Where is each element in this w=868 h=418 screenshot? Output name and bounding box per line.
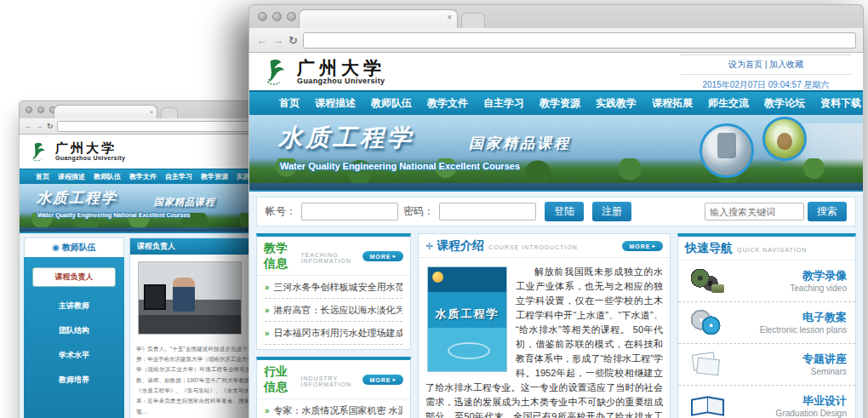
- nav-item[interactable]: 自主学习: [161, 172, 197, 181]
- tab-close-icon[interactable]: ×: [150, 107, 153, 117]
- sidebar-header: ◉ 教师队伍: [24, 238, 124, 257]
- foreground-browser-window: × ← → ↻ 广州大学 Guangzhou University 设为首页: [248, 4, 864, 418]
- nav-item[interactable]: 教学资源: [532, 96, 588, 111]
- nav-item[interactable]: 师生交流: [700, 96, 757, 111]
- login-button[interactable]: 登陆: [545, 202, 584, 221]
- sidebar-item[interactable]: 学术水平: [32, 350, 116, 361]
- register-button[interactable]: 注册: [592, 202, 631, 221]
- nav-item[interactable]: 首页: [271, 96, 307, 111]
- nav-item[interactable]: 教学文件: [420, 96, 476, 111]
- nav-item[interactable]: 自主学习: [476, 96, 532, 111]
- forward-icon[interactable]: →: [36, 123, 43, 130]
- back-icon[interactable]: ←: [256, 35, 267, 46]
- quick-nav-icon: [687, 308, 726, 337]
- textbook-cover: 水质工程学: [427, 266, 507, 372]
- nav-item[interactable]: 课程描述: [54, 172, 89, 181]
- sidebar-item[interactable]: 团队结构: [32, 325, 116, 336]
- reload-icon[interactable]: ↻: [288, 34, 298, 47]
- more-button[interactable]: MORE▸: [622, 241, 663, 251]
- browser-tab[interactable]: ×: [299, 9, 458, 28]
- more-button[interactable]: MORE▸: [363, 251, 403, 261]
- leader-photo: [138, 261, 242, 335]
- news-item[interactable]: »三河水务争创样板城安全用水范例: [265, 276, 403, 299]
- window-controls[interactable]: [258, 12, 296, 21]
- more-button[interactable]: MORE▸: [363, 375, 403, 385]
- double-arrow-icon: »: [265, 329, 270, 338]
- new-tab-button[interactable]: [461, 13, 485, 28]
- window-control-dot[interactable]: [287, 12, 296, 21]
- section-title: 教学信息: [264, 241, 296, 272]
- section-title: 课程介绍: [437, 238, 484, 254]
- double-arrow-icon: »: [265, 283, 270, 292]
- banner-water: [249, 183, 863, 190]
- address-bar[interactable]: [303, 32, 856, 49]
- nav-item[interactable]: 教学论坛: [757, 96, 813, 111]
- course-banner: 水质工程学 国家精品课程 Water Quality Engineering N…: [249, 115, 863, 192]
- search-button[interactable]: 搜索: [808, 202, 847, 221]
- forward-icon[interactable]: →: [272, 35, 283, 46]
- nav-item[interactable]: 课程描述: [307, 96, 363, 111]
- browser-tab[interactable]: ×: [54, 105, 157, 118]
- password-label: 密码：: [403, 204, 434, 219]
- window-control-dot[interactable]: [272, 12, 282, 21]
- nav-item[interactable]: 教师队伍: [89, 172, 125, 181]
- industry-info-box: 行业信息 INDUSTRY INFORMATION MORE▸ »专家：水质情况…: [256, 357, 411, 418]
- window-control-dot[interactable]: [26, 106, 32, 113]
- window-control-dot[interactable]: [258, 12, 267, 21]
- sidebar-item[interactable]: 主讲教师: [32, 301, 116, 312]
- window-controls[interactable]: [26, 106, 56, 113]
- window-control-dot[interactable]: [37, 106, 44, 113]
- quick-nav-label-en: Graduation Design: [726, 409, 847, 418]
- browser-toolbar: ← → ↻: [248, 28, 864, 53]
- login-bar: 帐号： 密码： 登陆 注册 搜索: [256, 197, 856, 226]
- banner-photo-lab: [700, 123, 754, 178]
- quick-nav-item[interactable]: 教学录像 Teaching video: [678, 261, 855, 302]
- news-item[interactable]: »日本福冈市利用污水处理场建成1MW光: [265, 322, 403, 345]
- news-item[interactable]: »港府高官：长远应以海水淡化为重要水: [265, 299, 403, 322]
- nav-item[interactable]: 教学文件: [125, 172, 161, 181]
- more-arrow-icon: ▸: [392, 376, 397, 383]
- university-name-cn: 广州大学: [55, 142, 125, 155]
- banner-title: 水质工程学: [37, 188, 117, 208]
- quick-nav-item[interactable]: 毕业设计 Graduation Design: [678, 386, 855, 418]
- tab-strip: ×: [248, 4, 864, 28]
- university-name-cn: 广州大学: [297, 59, 385, 77]
- double-arrow-icon: »: [265, 406, 270, 415]
- section-subtitle: TEACHING INFORMATION: [300, 249, 363, 264]
- account-input[interactable]: [301, 203, 398, 220]
- search-input[interactable]: [705, 203, 804, 220]
- banner-title: 水质工程学: [278, 122, 414, 154]
- nav-item[interactable]: 教师队伍: [363, 96, 420, 111]
- back-icon[interactable]: ←: [25, 123, 32, 130]
- quick-nav-item[interactable]: 电子教案 Electronic lesson plans: [678, 302, 855, 344]
- university-name-en: Guangzhou University: [55, 155, 125, 161]
- nav-item[interactable]: 资料下载: [813, 96, 868, 111]
- link-separator: |: [765, 60, 768, 69]
- sidebar-item-active[interactable]: 课程负责人: [32, 267, 116, 287]
- nav-item[interactable]: 课程拓展: [644, 96, 700, 111]
- section-subtitle: QUICK NAVIGATION: [737, 244, 807, 253]
- add-favorite-link[interactable]: 加入收藏: [769, 60, 803, 69]
- nav-item[interactable]: 实践教学: [588, 96, 644, 111]
- nav-bullet-icon: ◉: [52, 243, 60, 252]
- site-header: 广州大学 Guangzhou University 设为首页 | 加入收藏 20…: [249, 53, 863, 90]
- sidebar-item[interactable]: 教师培养: [32, 375, 116, 386]
- new-tab-button[interactable]: [161, 107, 178, 118]
- nav-item[interactable]: 教学资源: [197, 172, 232, 181]
- news-item[interactable]: »我国再生水利用率仅占污水处理量10: [265, 345, 403, 350]
- reload-icon[interactable]: ↻: [47, 122, 54, 130]
- course-intro-box: ✛ 课程介绍 COURSE INTRODUCTION MORE▸ 水质工程学 解…: [418, 233, 671, 418]
- datetime-text: 2015年02月07日 09:04:57 星期六: [681, 75, 851, 91]
- quick-nav-item[interactable]: 专题讲座 Seminars: [678, 344, 855, 386]
- more-arrow-icon: ▸: [392, 253, 397, 260]
- tab-close-icon[interactable]: ×: [447, 13, 452, 23]
- teaching-info-box: 教学信息 TEACHING INFORMATION MORE▸ »三河水务争创样…: [256, 233, 411, 350]
- quick-nav-label-en: Seminars: [726, 367, 847, 376]
- password-input[interactable]: [439, 203, 536, 220]
- section-title: 快速导航: [685, 241, 733, 256]
- news-item[interactable]: »专家：水质情况系国家机密 水源地或: [265, 399, 403, 418]
- set-homepage-link[interactable]: 设为首页: [728, 60, 762, 69]
- banner-tag: 国家精品课程: [469, 134, 571, 153]
- nav-item[interactable]: 首页: [31, 172, 54, 181]
- textbook-title: 水质工程学: [428, 306, 506, 322]
